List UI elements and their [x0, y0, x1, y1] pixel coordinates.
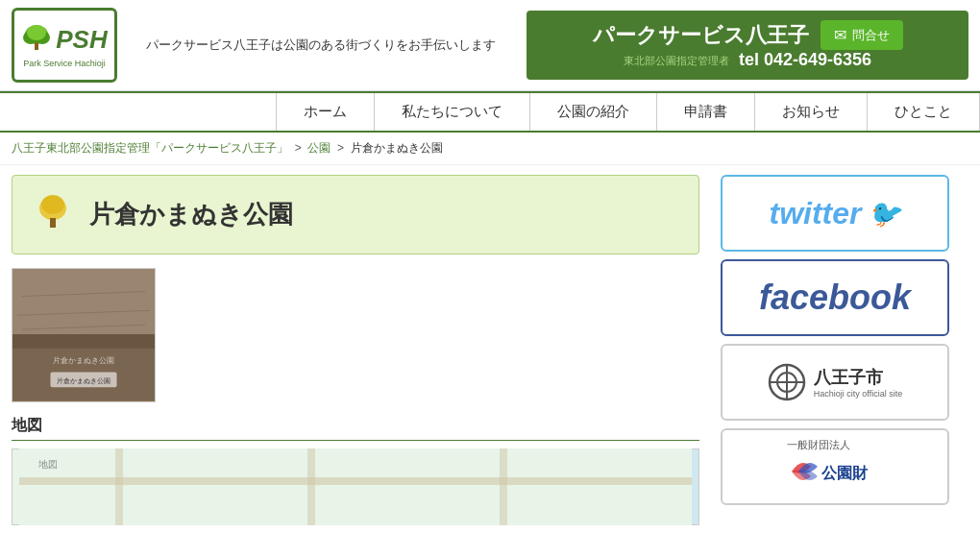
logo-subtitle: Park Service Hachioji [23, 59, 106, 68]
contact-button[interactable]: ✉ 問合せ [821, 20, 903, 50]
svg-rect-19 [115, 448, 123, 525]
breadcrumb-link-home[interactable]: 八王子東北部公園指定管理「パークサービス八王子」 [12, 141, 288, 155]
navigation: ホーム 私たちについて 公園の紹介 申請書 お知らせ ひとこと [0, 91, 980, 133]
twitter-label: twitter 🐦 [770, 196, 901, 231]
svg-rect-21 [500, 448, 507, 525]
sidebar: twitter 🐦 facebook 八王子市 [711, 165, 959, 535]
hachioji-sublabel: Hachioji city official site [814, 389, 902, 399]
hachioji-icon [768, 363, 806, 401]
map-area: 地図 [12, 448, 699, 525]
svg-point-7 [41, 195, 64, 214]
logo-box: PSH Park Service Hachioji [12, 8, 117, 83]
koenen-label: 一般財団法人 [787, 438, 850, 452]
logo-psh: PSH [56, 27, 107, 52]
mail-icon: ✉ [834, 26, 846, 44]
breadcrumb: 八王子東北部公園指定管理「パークサービス八王子」 > 公園 > 片倉かまぬき公園 [0, 133, 980, 165]
park-image: 片倉かまぬき公園 片倉かまぬき公園 [12, 268, 156, 402]
contact-btn-label: 問合せ [852, 27, 890, 44]
svg-rect-1 [35, 42, 38, 50]
nav-news[interactable]: お知らせ [755, 93, 868, 131]
svg-text:公園財: 公園財 [821, 465, 869, 481]
contact-box: パークサービス八王子 ✉ 問合せ 東北部公園指定管理者 tel 042-649-… [527, 11, 968, 80]
park-photo: 片倉かまぬき公園 片倉かまぬき公園 [12, 268, 155, 401]
koenen-logo-text: 公園財 [787, 452, 883, 496]
hachioji-city-button[interactable]: 八王子市 Hachioji city official site [721, 344, 949, 421]
logo-area: PSH Park Service Hachioji [12, 8, 117, 83]
svg-text:片倉かまぬき公園: 片倉かまぬき公園 [57, 377, 110, 385]
breadcrumb-current: 片倉かまぬき公園 [351, 141, 443, 155]
map-heading: 地図 [12, 416, 699, 441]
contact-title: パークサービス八王子 [593, 21, 809, 50]
svg-text:片倉かまぬき公園: 片倉かまぬき公園 [53, 356, 114, 365]
facebook-label: facebook [759, 278, 911, 318]
svg-point-4 [27, 25, 46, 40]
header: PSH Park Service Hachioji パークサービス八王子は公園の… [0, 0, 980, 91]
park-tree-icon [32, 189, 74, 240]
breadcrumb-link-parks[interactable]: 公園 [307, 141, 331, 155]
nav-home[interactable]: ホーム [276, 93, 375, 131]
svg-rect-6 [50, 218, 56, 228]
twitter-bird-icon: 🐦 [868, 198, 901, 230]
hachioji-label: 八王子市 [814, 366, 902, 389]
header-tagline: パークサービス八王子は公園のある街づくりをお手伝いします [136, 36, 527, 54]
svg-text:地図: 地図 [37, 459, 58, 470]
main-content: 片倉かまぬき公園 片倉かまぬき公園 片倉かまぬき公園 地図 [0, 165, 980, 535]
facebook-button[interactable]: facebook [721, 259, 949, 336]
twitter-button[interactable]: twitter 🐦 [721, 175, 949, 252]
contact-tel: tel 042-649-6356 [739, 50, 871, 70]
koenen-button[interactable]: 一般財団法人 公園財 プライバシー・利用規約 🔄 [721, 428, 949, 505]
contact-sub: 東北部公園指定管理者 [624, 54, 729, 68]
content-area: 片倉かまぬき公園 片倉かまぬき公園 片倉かまぬき公園 地図 [0, 165, 711, 535]
svg-rect-10 [12, 334, 155, 349]
nav-application[interactable]: 申請書 [657, 93, 755, 131]
page-title: 片倉かまぬき公園 [89, 198, 293, 231]
tree-logo-icon [21, 23, 52, 54]
svg-rect-20 [307, 448, 315, 525]
nav-hitokoto[interactable]: ひとこと [868, 93, 980, 131]
nav-parks[interactable]: 公園の紹介 [530, 93, 657, 131]
nav-about[interactable]: 私たちについて [375, 93, 530, 131]
page-title-box: 片倉かまぬき公園 [12, 175, 699, 254]
